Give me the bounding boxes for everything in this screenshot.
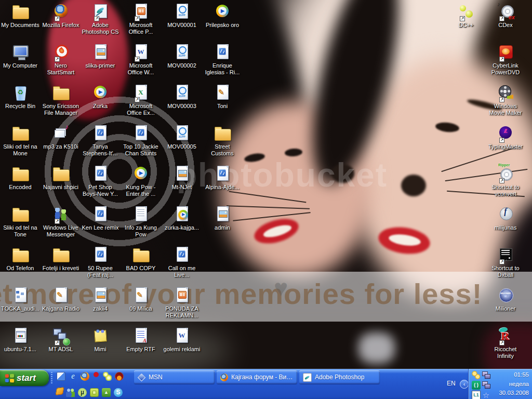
network-tray-icon[interactable] xyxy=(482,371,490,380)
zurka-kajga-icon: ▶ xyxy=(172,206,191,223)
task-button-adobe-photoshop[interactable]: Adobe Photoshop xyxy=(299,370,380,384)
desktop-icon-my-documents[interactable]: My Documents xyxy=(0,3,41,29)
icon-label: Najavni shpici xyxy=(41,184,81,191)
desktop-icon-prilepsko-oro[interactable]: ▶Prilepsko oro xyxy=(202,3,243,29)
green-square-quicklaunch-icon[interactable] xyxy=(90,388,99,397)
winamp-quicklaunch-icon[interactable] xyxy=(56,387,64,395)
desktop-icon-mimi[interactable]: Mimi xyxy=(80,327,121,353)
mov00001-icon: 3GPP xyxy=(172,3,191,20)
desktop-icon-cyberlink-powerdvd[interactable]: CyberLink PowerDVD xyxy=(485,44,526,76)
desktop-icon-my-computer[interactable]: My Computer xyxy=(0,44,41,69)
desktop-icon-ponuda-za-reklamn[interactable]: PONUDA ZA REKLAMN... xyxy=(162,287,202,319)
opera-quicklaunch-icon[interactable] xyxy=(94,372,99,377)
desktop-icon-milijunas[interactable]: fmilijunas xyxy=(485,206,526,231)
desktop-icon-alpina-ajde[interactable]: Alpina-Ajde... xyxy=(202,165,243,191)
messenger-quicklaunch-icon[interactable] xyxy=(66,388,75,397)
desktop-icon-ubuntu-71[interactable]: ubuntu-7.1... xyxy=(0,327,41,353)
desktop-icon-nero-startsmart[interactable]: Nero StartSmart xyxy=(41,44,81,76)
desktop-icon-microsoft-office-p[interactable]: Microsoft Office P... xyxy=(121,3,161,35)
icon-label: MOV00002 xyxy=(162,62,202,69)
desktop-icon-fotelji-i-kreveti[interactable]: Fotelji i kreveti xyxy=(41,246,81,272)
icon-label: Od Telefon xyxy=(0,265,41,272)
desktop-icon-encoded[interactable]: Encoded xyxy=(0,165,41,191)
l1-box-tray-icon[interactable]: L1 xyxy=(472,391,481,399)
start-button[interactable]: start xyxy=(0,370,49,386)
desktop-icon-mozilla-firefox[interactable]: Mozilla Firefox xyxy=(41,3,81,29)
desktop-icon-typingmaster[interactable]: //.TypingMaster xyxy=(485,125,526,150)
desktop-icon-bad-copy[interactable]: BAD COPY xyxy=(121,246,161,272)
desktop-icon-mov00003[interactable]: 3GPPMOV00003 xyxy=(162,84,202,110)
desktop-icon-kajgana-radio[interactable]: ✎Kajgana Radio xyxy=(41,287,81,312)
desktop-icon-mt-njet[interactable]: Mt-NJet xyxy=(162,165,202,191)
desktop-icon-sliki-od-tel-na-mone[interactable]: Sliki od tel na Mone xyxy=(0,125,41,157)
desktop-icon-slika-primer[interactable]: slika-primer xyxy=(80,44,121,69)
msn-diamond-icon xyxy=(138,374,145,381)
desktop-icon-mov00005[interactable]: 3GPPMOV00005 xyxy=(162,125,202,150)
windows-movie-maker-icon xyxy=(496,84,515,101)
desktop-icon-microsoft-office-ex[interactable]: XMicrosoft Office Ex... xyxy=(121,84,161,116)
desktop-icon-windows-movie-maker[interactable]: Windows Movie Maker xyxy=(485,84,526,116)
desktop-icon-zakii4[interactable]: zakii4 xyxy=(80,287,121,312)
desktop-icon-zurka-kajga[interactable]: ▶zurka-kajga... xyxy=(162,206,202,231)
desktop-icon-street-customs[interactable]: Street Customs xyxy=(202,125,243,157)
desktop-icon-od-telefon[interactable]: Od Telefon xyxy=(0,246,41,272)
desktop-icon-sony-ericsson-file-manager[interactable]: Sony Ericsson File Manager xyxy=(41,84,81,116)
desktop-icon-admin[interactable]: admin xyxy=(202,206,243,231)
desktop-icon-adobe-photoshop-cs[interactable]: Adobe Photoshop CS xyxy=(80,3,121,35)
icon-label: Call on me Live... xyxy=(162,265,202,278)
desktop-icon-call-on-me[interactable]: Call on me Live... xyxy=(162,246,202,278)
desktop-icon-ken-lee-remix[interactable]: Ken Lee remix xyxy=(80,206,121,231)
desktop-icon-windows-live-messenger[interactable]: Windows Live Messenger xyxy=(41,206,81,238)
icon-label: Toni xyxy=(202,103,243,110)
internet-explorer-quicklaunch-icon[interactable]: e xyxy=(69,372,77,381)
desktop-icon-microsoft-office-w[interactable]: WMicrosoft Office W... xyxy=(121,44,161,76)
icon-label: zakii4 xyxy=(80,305,121,312)
desktop-icon-tanya-stephens[interactable]: Tanya Stephens-It'... xyxy=(80,125,121,157)
dcpp-quicklaunch-icon[interactable] xyxy=(103,372,112,381)
desktop-icon-50-rupee[interactable]: 50 Rupee (Feat raj... xyxy=(80,246,121,278)
task-button-kajgana-forum[interactable]: Кајгана форум - Вид... xyxy=(217,370,297,384)
task-button-msn[interactable]: MSN xyxy=(134,370,215,384)
language-indicator[interactable]: EN xyxy=(447,380,456,387)
smiley-balls-tray-icon[interactable] xyxy=(472,371,481,380)
icon-label: Nero StartSmart xyxy=(41,62,81,76)
desktop-icon-mt-adsl[interactable]: MT ADSL xyxy=(41,327,81,353)
desktop-icon-zurka[interactable]: ▶Zurka xyxy=(80,84,121,110)
desktop-icon-cdex[interactable]: ex♪CDex xyxy=(485,3,526,29)
show-desktop-quicklaunch-icon[interactable] xyxy=(57,372,65,381)
desktop-icon-dc-plus-plus[interactable]: DC++ xyxy=(446,3,486,29)
desktop-icon-recycle-bin[interactable]: ♻Recycle Bin xyxy=(0,84,41,110)
desktop-icon-mov00001[interactable]: 3GPPMOV00001 xyxy=(162,3,202,29)
desktop-icon-shortcut-to-dxball[interactable]: Shortcut to Dxball xyxy=(485,246,526,278)
sliki-od-tel-na-mone-icon xyxy=(11,125,30,142)
desktop-icon-sliki-od-tel-na-tone[interactable]: Sliki od tel na Tone xyxy=(0,206,41,238)
desktop-icon-najavni-shpici[interactable]: Najavni shpici xyxy=(41,165,81,191)
skype-quicklaunch-icon[interactable]: S xyxy=(114,388,123,397)
my-documents-icon xyxy=(11,3,30,20)
utorrent-quicklaunch-icon[interactable]: µ xyxy=(78,388,87,397)
desktop-icon-tocka-audi[interactable]: TOCKA_audi... xyxy=(0,287,41,312)
desktop-icon-info-za-kung-pow[interactable]: Info za Kung Pow xyxy=(121,206,161,238)
network-tray-icon[interactable] xyxy=(482,381,490,390)
desktop-icon-toni[interactable]: ✎Toni xyxy=(202,84,243,110)
desktop-icon-empty-rtf[interactable]: AEmpty RTF xyxy=(121,327,161,353)
taskbar-clock[interactable]: 01:55 недела 30.03.2008 xyxy=(499,370,529,398)
desktop-icon-top-10-jackie-chan-stunts[interactable]: Top 10 Jackie Chan Stunts xyxy=(121,125,161,157)
star-tray-icon[interactable]: ☆ xyxy=(482,391,490,399)
desktop-icon-pet-shop-boys[interactable]: Pet Shop Boys-New Y... xyxy=(80,165,121,197)
desktop-icon-ricochet-infinity[interactable]: RRicochet Infinity xyxy=(485,327,526,360)
desktop-icon-09-milica[interactable]: ✎09 Milica xyxy=(121,287,161,312)
green-arrow-quicklaunch-icon[interactable]: ▲ xyxy=(102,388,111,397)
green-app-tray-icon[interactable]: ( ) xyxy=(472,381,481,390)
desktop-icon-enrique-iglesias[interactable]: Enrique Iglesias - Ri... xyxy=(202,44,243,76)
desktop-icon-golemi-reklami[interactable]: Wgolemi reklami xyxy=(162,327,202,353)
desktop-icon-mov00002[interactable]: 3GPPMOV00002 xyxy=(162,44,202,69)
tray-collapse-button[interactable]: ‹ xyxy=(460,380,469,389)
desktop-icon-kung-pow[interactable]: ▶Kung Pow - Enter the ... xyxy=(121,165,161,197)
firefox-quicklaunch-icon[interactable] xyxy=(81,372,89,381)
flame-circle-quicklaunch-icon[interactable] xyxy=(115,372,124,381)
desktop-icon-milioner[interactable]: MILIONERMMilioner xyxy=(485,287,526,312)
desktop-icon-mp3-za-k510i[interactable]: ♪mp3 za K510i xyxy=(41,125,81,150)
desktop-icon-shortcut-to-vconvert[interactable]: RipperShortcut to vconvert xyxy=(485,165,526,197)
info-za-kung-pow-icon xyxy=(131,206,150,223)
